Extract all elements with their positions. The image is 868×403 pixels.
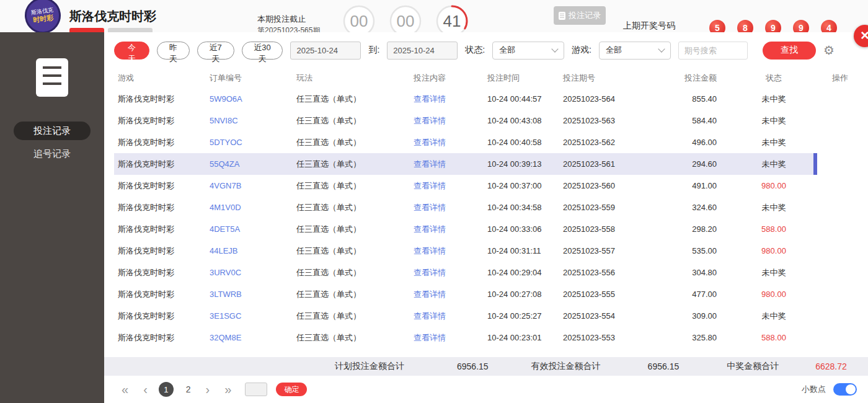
table-row: 斯洛伐克时时彩5W9O6A任三直选（单式）查看详情10-24 00:44:572…: [114, 88, 863, 110]
sidebar-item-bet-records[interactable]: 投注记录: [14, 122, 91, 140]
cell-time: 10-24 00:44:57: [470, 88, 563, 110]
cell-order[interactable]: 32QM8E: [210, 327, 296, 348]
cell-content[interactable]: 查看详情: [389, 218, 470, 240]
decimal-toggle[interactable]: [833, 383, 857, 396]
cell-order[interactable]: 44LEJB: [210, 240, 296, 262]
next-page-icon[interactable]: ›: [206, 383, 210, 396]
bet-records-panel: 投注记录 追号记录 × 今天 昨天 近7天 近30天 到: 状态: 全部 游戏:…: [0, 32, 868, 403]
cell-order[interactable]: 5NVI8C: [210, 110, 296, 131]
cell-action: [817, 305, 863, 327]
cell-content[interactable]: 查看详情: [389, 153, 470, 175]
filter-30days-button[interactable]: 近30天: [242, 42, 283, 60]
cell-issue: 20251023-556: [563, 262, 656, 283]
table-row: 斯洛伐克时时彩55Q4ZA任三直选（单式）查看详情10-24 00:39:132…: [114, 153, 863, 175]
cell-game: 斯洛伐克时时彩: [114, 88, 210, 110]
current-row-indicator: [813, 153, 817, 175]
cell-content[interactable]: 查看详情: [389, 88, 470, 110]
filter-bar: 今天 昨天 近7天 近30天 到: 状态: 全部 游戏: 全部 查找 ⚙: [104, 32, 868, 68]
cell-action: [817, 153, 863, 175]
status-label: 状态:: [465, 45, 485, 56]
cell-issue: 20251023-564: [563, 88, 656, 110]
cell-amount: 584.40: [656, 110, 730, 131]
filter-yesterday-button[interactable]: 昨天: [157, 42, 190, 60]
cell-amount: 496.00: [656, 131, 730, 153]
cell-content[interactable]: 查看详情: [389, 175, 470, 197]
date-from-input[interactable]: [290, 42, 361, 60]
cell-action: [817, 131, 863, 153]
cell-play: 任三直选（单式）: [296, 153, 389, 175]
cell-content[interactable]: 查看详情: [389, 305, 470, 327]
gear-icon[interactable]: ⚙: [823, 44, 835, 56]
page-2-button[interactable]: 2: [186, 384, 191, 394]
cell-issue: 20251023-561: [563, 153, 656, 175]
cell-amount: 304.80: [656, 262, 730, 283]
cell-content[interactable]: 查看详情: [389, 262, 470, 283]
page-1-button[interactable]: 1: [159, 382, 174, 397]
cell-issue: 20251023-563: [563, 110, 656, 131]
cell-order[interactable]: 55Q4ZA: [210, 153, 296, 175]
cell-action: [817, 175, 863, 197]
cell-content[interactable]: 查看详情: [389, 283, 470, 305]
cell-amount: 294.60: [656, 153, 730, 175]
game-select[interactable]: 全部: [599, 42, 671, 60]
cell-play: 任三直选（单式）: [296, 175, 389, 197]
filter-7days-button[interactable]: 近7天: [197, 42, 234, 60]
cell-action: [817, 327, 863, 348]
cell-status: 未中奖: [730, 197, 817, 218]
cell-play: 任三直选（单式）: [296, 88, 389, 110]
cell-order[interactable]: 3LTWRB: [210, 283, 296, 305]
last-page-icon[interactable]: »: [224, 383, 231, 396]
cell-play: 任三直选（单式）: [296, 305, 389, 327]
cell-order[interactable]: 3URV0C: [210, 262, 296, 283]
cell-order[interactable]: 5W9O6A: [210, 88, 296, 110]
cell-time: 10-24 00:23:01: [470, 327, 563, 348]
cell-issue: 20251023-562: [563, 131, 656, 153]
status-select[interactable]: 全部: [492, 42, 564, 60]
table-row: 斯洛伐克时时彩4M1V0D任三直选（单式）查看详情10-24 00:34:582…: [114, 197, 863, 218]
cell-order[interactable]: 5DTYOC: [210, 131, 296, 153]
cell-order[interactable]: 4DET5A: [210, 218, 296, 240]
filter-today-button[interactable]: 今天: [114, 42, 149, 60]
search-button[interactable]: 查找: [763, 42, 816, 60]
bet-record-button[interactable]: 投注记录: [554, 6, 606, 25]
sidebar-item-chase-records[interactable]: 追号记录: [33, 145, 71, 162]
cell-game: 斯洛伐克时时彩: [114, 305, 210, 327]
cell-content[interactable]: 查看详情: [389, 327, 470, 348]
cell-game: 斯洛伐克时时彩: [114, 153, 210, 175]
col-play: 玩法: [296, 68, 389, 88]
cell-content[interactable]: 查看详情: [389, 197, 470, 218]
col-status: 状态: [730, 68, 817, 88]
cell-content[interactable]: 查看详情: [389, 131, 470, 153]
cell-amount: 477.00: [656, 283, 730, 305]
table-row: 斯洛伐克时时彩5DTYOC任三直选（单式）查看详情10-24 00:40:582…: [114, 131, 863, 153]
page-jump-input[interactable]: [245, 383, 267, 396]
decimal-toggle-label: 小数点: [802, 384, 826, 395]
cell-content[interactable]: 查看详情: [389, 240, 470, 262]
cell-issue: 20251023-554: [563, 305, 656, 327]
cell-content[interactable]: 查看详情: [389, 110, 470, 131]
col-time: 投注时间: [470, 68, 563, 88]
deadline-label: 本期投注截止: [257, 14, 306, 25]
issue-search-input[interactable]: [678, 42, 748, 60]
sidebar-item-label: 投注记录: [33, 125, 71, 137]
cell-time: 10-24 00:27:08: [470, 283, 563, 305]
cell-order[interactable]: 3E1SGC: [210, 305, 296, 327]
last-draw-label: 上期开奖号码: [623, 20, 675, 32]
win-total-label: 中奖金额合计: [727, 361, 779, 372]
cell-time: 10-24 00:33:06: [470, 218, 563, 240]
chevron-down-icon: [658, 45, 665, 52]
cell-order[interactable]: 4VGN7B: [210, 175, 296, 197]
first-page-icon[interactable]: «: [122, 383, 128, 396]
cell-status: 980.00: [730, 175, 817, 197]
confirm-button[interactable]: 确定: [276, 383, 307, 396]
cell-game: 斯洛伐克时时彩: [114, 197, 210, 218]
cell-amount: 535.00: [656, 240, 730, 262]
valid-total-value: 6956.15: [648, 361, 680, 371]
date-to-input[interactable]: [387, 42, 458, 60]
cell-amount: 325.80: [656, 327, 730, 348]
cell-order[interactable]: 4M1V0D: [210, 197, 296, 218]
prev-page-icon[interactable]: ‹: [143, 383, 148, 396]
cell-issue: 20251023-558: [563, 218, 656, 240]
cell-action: [817, 283, 863, 305]
cell-status: 588.00: [730, 327, 817, 348]
